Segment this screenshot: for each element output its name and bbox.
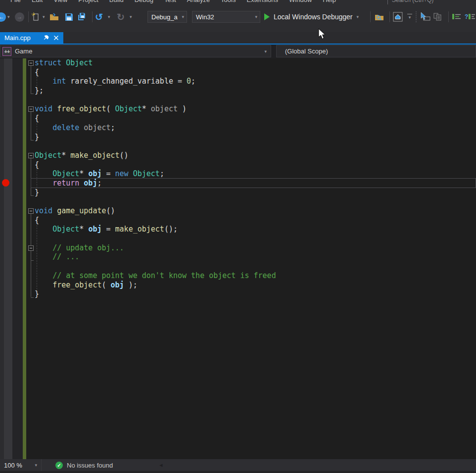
open-folder-icon [49, 12, 60, 21]
zoom-combo[interactable]: 100 % ▾ [0, 459, 42, 471]
code-line[interactable]: Object* obj = new Object; [35, 169, 276, 179]
find-in-files-button[interactable] [374, 11, 385, 23]
code-line[interactable] [35, 197, 276, 206]
chevron-down-icon: ▾ [130, 14, 132, 19]
redo-dropdown[interactable]: ▾ [130, 11, 132, 23]
solution-configuration-combo[interactable]: Debug_a ▾ [147, 11, 187, 23]
code-line[interactable]: void game_update() [35, 206, 276, 216]
menu-item-build[interactable]: Build [104, 0, 129, 4]
project-selector-combo[interactable]: ++ Game ▾ [0, 45, 271, 57]
fold-collapse-button[interactable] [28, 60, 34, 66]
menu-item-analyze[interactable]: Analyze [182, 0, 215, 4]
fold-bracket-foot [31, 297, 34, 298]
code-line[interactable]: { [35, 68, 276, 77]
start-debugging-button[interactable]: Local Windows Debugger ▾ [264, 11, 359, 23]
pointer-select-icon [419, 12, 431, 21]
fold-collapse-button[interactable] [28, 245, 34, 251]
code-line[interactable]: { [35, 114, 276, 123]
code-line[interactable]: { [35, 160, 276, 170]
health-label: No issues found [67, 462, 113, 469]
navigation-bar: ++ Game ▾ (Global Scope) [0, 45, 476, 58]
code-line[interactable]: struct Object [35, 58, 276, 68]
toolbar-options-dropdown[interactable]: ▾ [407, 11, 412, 23]
fold-bracket-line [31, 66, 31, 94]
code-line[interactable]: void free_object( Object* object ) [35, 104, 276, 114]
code-line[interactable] [35, 142, 276, 151]
help-outlining-button[interactable]: ? [464, 11, 476, 23]
menu-item-file[interactable]: File [5, 0, 26, 4]
save-all-button[interactable] [77, 11, 88, 23]
home-icon [393, 12, 403, 22]
health-check-icon: ✓ [55, 462, 63, 469]
open-file-button[interactable] [49, 11, 60, 23]
code-line[interactable] [35, 95, 276, 105]
code-editor[interactable]: struct Object{ int rarely_changed_variab… [0, 58, 476, 459]
new-file-dropdown[interactable]: ▾ [43, 11, 45, 23]
menu-item-debug[interactable]: Debug [129, 0, 159, 4]
document-tab-bar: Main.cpp [0, 32, 476, 44]
tab-main-cpp[interactable]: Main.cpp [0, 32, 63, 44]
menu-item-help[interactable]: Help [317, 0, 341, 4]
code-line[interactable]: // ... [35, 252, 276, 262]
menu-item-window[interactable]: Window [284, 0, 317, 4]
undo-button[interactable]: ↺ [95, 11, 103, 23]
fold-collapse-button[interactable] [28, 208, 34, 214]
navigate-forward-button[interactable]: → [15, 11, 24, 23]
solution-configuration-value: Debug_a [148, 13, 182, 21]
code-line[interactable]: free_object( obj ); [35, 281, 276, 290]
fold-bracket-foot [31, 260, 34, 261]
fold-collapse-button[interactable] [28, 106, 34, 112]
menu-item-project[interactable]: Project [73, 0, 103, 4]
menu-item-test[interactable]: Test [159, 0, 182, 4]
document-health-indicator[interactable]: ✓ No issues found [55, 462, 113, 469]
code-line[interactable]: delete object; [35, 123, 276, 133]
chevron-down-icon: ▾ [264, 49, 271, 54]
toolbar-separator [448, 11, 449, 22]
save-icon [65, 13, 73, 21]
toggle-outlining-button[interactable] [451, 11, 462, 23]
tab-label: Main.cpp [0, 34, 43, 42]
hscroll-left-arrow-icon[interactable]: ◂ [159, 461, 163, 469]
solution-platform-combo[interactable]: Win32 ▾ [192, 11, 260, 23]
code-line[interactable] [35, 234, 276, 243]
menu-item-view[interactable]: View [48, 0, 73, 4]
quick-search-placeholder: Search (Ctrl+Q) [388, 0, 433, 4]
sync-with-active-document-button[interactable] [393, 11, 403, 23]
scope-selector-combo[interactable]: (Global Scope) [276, 45, 476, 57]
indent-guide [37, 77, 38, 86]
code-line[interactable]: Object* obj = make_object(); [35, 225, 276, 234]
quick-search-box[interactable]: Search (Ctrl+Q) [387, 0, 476, 4]
breakpoint-dot[interactable] [2, 179, 9, 187]
menu-item-tools[interactable]: Tools [215, 0, 241, 4]
undo-dropdown[interactable]: ▾ [108, 11, 110, 23]
fold-collapse-button[interactable] [28, 153, 34, 158]
navigate-back-button[interactable]: ← [0, 11, 6, 23]
new-file-button[interactable] [31, 11, 40, 23]
scope-selector-value: (Global Scope) [277, 47, 476, 55]
code-line[interactable]: Object* make_object() [35, 151, 276, 160]
code-line[interactable]: // at some point we don't know the objec… [35, 271, 276, 281]
menu-item-edit[interactable]: Edit [26, 0, 48, 4]
outline-lines-icon [451, 12, 462, 21]
duplicate-lines-button[interactable] [432, 11, 442, 23]
debugger-label: Local Windows Debugger [274, 13, 353, 21]
code-line[interactable]: // update obj... [35, 243, 276, 253]
back-icon: ← [0, 12, 6, 22]
save-button[interactable] [65, 11, 73, 23]
code-line[interactable]: int rarely_changed_variable = 0; [35, 77, 276, 86]
code-line[interactable]: { [35, 216, 276, 225]
toolbar-drag-handle[interactable] [416, 11, 418, 22]
close-icon[interactable] [53, 35, 59, 41]
code-line[interactable]: } [35, 133, 276, 142]
select-element-button[interactable] [419, 11, 431, 23]
code-line[interactable]: } [35, 188, 276, 197]
redo-button[interactable]: ↻ [117, 11, 125, 23]
toolbar-separator [92, 11, 93, 22]
code-line[interactable]: }; [35, 86, 276, 95]
solution-platform-value: Win32 [192, 13, 255, 21]
code-line[interactable] [35, 262, 276, 271]
pin-icon[interactable] [43, 35, 49, 41]
menu-item-extensions[interactable]: Extensions [241, 0, 284, 4]
navigate-back-dropdown[interactable]: ▾ [7, 11, 10, 23]
code-line[interactable]: } [35, 289, 276, 299]
